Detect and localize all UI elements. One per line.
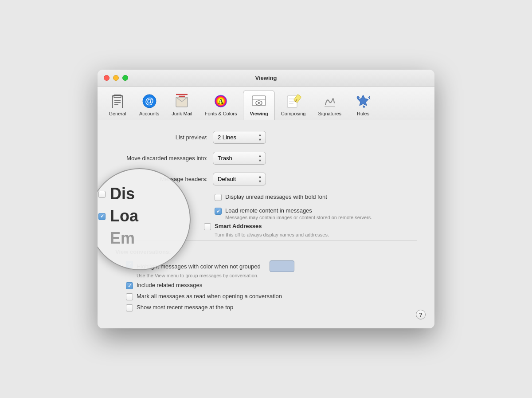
toolbar: General @ Accounts Junk Ma	[98, 87, 434, 120]
smart-addresses-subtext: Turn this off to always display names an…	[215, 232, 417, 237]
content-area: List preview: 2 Lines ▲ ▼ Move discarded…	[98, 120, 434, 328]
checkbox-load-remote[interactable]	[215, 208, 222, 215]
close-button[interactable]	[104, 75, 110, 81]
list-preview-value: 2 Lines	[218, 134, 236, 141]
smart-addresses-text-group: Smart Addresses	[215, 223, 262, 229]
checkbox-load-zoom[interactable]	[98, 213, 106, 220]
tab-general[interactable]: General	[102, 90, 133, 120]
zoom-item-em: Em	[98, 230, 181, 246]
load-remote-label: Load remote content in messages	[225, 207, 372, 214]
tab-accounts[interactable]: @ Accounts	[133, 90, 165, 120]
show-recent-container: Show most recent message at the top	[115, 304, 417, 311]
minimize-button[interactable]	[113, 75, 119, 81]
tab-junkmail[interactable]: Junk Mail	[165, 90, 198, 120]
junkmail-icon	[174, 93, 190, 109]
list-preview-label: List preview:	[115, 134, 213, 141]
include-related-container: Include related messages	[115, 282, 417, 289]
highlight-color-swatch[interactable]	[270, 260, 294, 272]
include-related-label: Include related messages	[137, 282, 202, 288]
load-remote-subtext: Messages may contain images or content s…	[225, 215, 372, 220]
checkbox-smart-addresses[interactable]	[204, 223, 211, 230]
help-button[interactable]: ?	[416, 310, 426, 319]
load-remote-text-group: Load remote content in messages Messages…	[225, 207, 372, 220]
move-discarded-select[interactable]: Trash ▲ ▼	[213, 152, 266, 165]
window-title: Viewing	[255, 75, 277, 81]
tab-general-label: General	[109, 111, 126, 116]
display-unread-container: Display unread messages with bold font	[204, 193, 417, 201]
list-preview-select[interactable]: 2 Lines ▲ ▼	[213, 131, 266, 144]
select-arrows-3: ▲ ▼	[258, 174, 262, 184]
message-headers-select[interactable]: Default ▲ ▼	[213, 173, 266, 185]
message-headers-value: Default	[218, 176, 236, 182]
tab-junkmail-label: Junk Mail	[172, 111, 192, 116]
tab-signatures-label: Signatures	[318, 111, 341, 116]
smart-addresses-container: Smart Addresses Turn this off to always …	[204, 223, 417, 237]
svg-marker-28	[363, 106, 365, 108]
smart-addresses-label: Smart Addresses	[215, 223, 262, 229]
traffic-lights	[104, 75, 128, 81]
tab-fonts-colors-label: Fonts & Colors	[205, 111, 237, 116]
zoom-item-display: Dis	[98, 186, 181, 202]
move-discarded-row: Move discarded messages into: Trash ▲ ▼	[115, 152, 417, 165]
tab-viewing[interactable]: Viewing	[243, 90, 274, 120]
select-arrows: ▲ ▼	[258, 133, 262, 142]
zoom-em-label: Em	[110, 230, 135, 246]
zoom-dis-label: Dis	[110, 186, 135, 202]
signatures-icon	[322, 93, 338, 109]
preferences-window: Viewing General @ Acc	[98, 70, 434, 328]
svg-point-17	[258, 102, 260, 104]
svg-marker-25	[358, 95, 368, 106]
tab-accounts-label: Accounts	[139, 111, 159, 116]
list-preview-row: List preview: 2 Lines ▲ ▼	[115, 131, 417, 144]
checkbox-display-unread[interactable]	[215, 194, 222, 201]
tab-viewing-label: Viewing	[250, 111, 268, 116]
titlebar: Viewing	[98, 70, 434, 87]
message-section: Dis Loa Em Message headers: De	[115, 173, 417, 237]
display-unread-text-group: Display unread messages with bold font	[225, 193, 327, 200]
tab-signatures[interactable]: Signatures	[312, 90, 348, 120]
zoom-loa-label: Loa	[110, 208, 138, 224]
show-recent-label: Show most recent message at the top	[137, 304, 233, 311]
display-unread-label: Display unread messages with bold font	[225, 193, 327, 200]
tab-fonts-colors[interactable]: A Fonts & Colors	[199, 90, 243, 120]
checkbox-show-recent[interactable]	[126, 304, 133, 311]
general-icon	[110, 93, 125, 109]
zoom-item-load: Loa	[98, 208, 181, 224]
accounts-icon: @	[141, 93, 157, 109]
move-discarded-value: Trash	[218, 155, 232, 162]
load-remote-container: Load remote content in messages Messages…	[204, 207, 417, 220]
tab-rules[interactable]: Rules	[348, 90, 379, 120]
checkbox-include-related[interactable]	[126, 282, 133, 289]
maximize-button[interactable]	[122, 75, 128, 81]
svg-text:A: A	[218, 98, 223, 105]
checkbox-mark-all-read[interactable]	[126, 293, 133, 300]
tab-rules-label: Rules	[357, 111, 369, 116]
message-headers-row: Message headers: Default ▲ ▼	[137, 173, 417, 185]
tab-composing-label: Composing	[281, 111, 306, 116]
mark-all-read-label: Mark all messages as read when opening a…	[137, 293, 282, 299]
select-arrows-2: ▲ ▼	[258, 154, 262, 163]
viewing-icon	[251, 93, 267, 109]
highlight-messages-subtext: Use the View menu to group messages by c…	[137, 273, 417, 278]
svg-marker-27	[368, 96, 370, 99]
svg-text:@: @	[145, 96, 154, 106]
composing-icon	[286, 93, 301, 109]
highlight-text-group: Highlight messages with color when not g…	[137, 260, 417, 278]
mark-all-read-container: Mark all messages as read when opening a…	[115, 293, 417, 300]
rules-icon	[355, 93, 371, 109]
tab-composing[interactable]: Composing	[275, 90, 312, 120]
move-discarded-label: Move discarded messages into:	[115, 155, 213, 162]
zoom-content: Dis Loa Em	[98, 177, 190, 261]
checkbox-display-zoom[interactable]	[98, 191, 106, 198]
fonts-colors-icon: A	[213, 93, 229, 109]
